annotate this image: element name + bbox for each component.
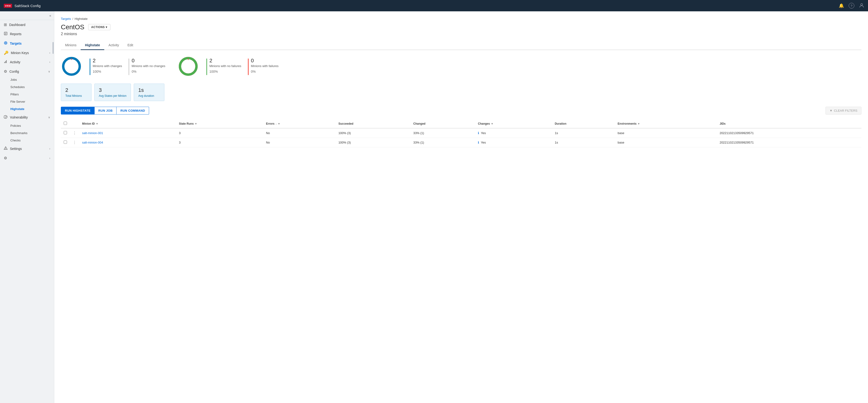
row2-duration: 1s [552,138,615,147]
svg-rect-10 [6,60,7,63]
row1-minion-id: salt-minion-001 [79,128,176,138]
breadcrumb-targets-link[interactable]: Targets [61,17,71,21]
sidebar-sub-benchmarks[interactable]: Benchmarks [0,129,54,137]
top-nav: vmw SaltStack Config 🔔 ? [0,0,868,11]
config-chevron: ∨ [48,70,50,73]
clear-filters-button[interactable]: ▼ CLEAR FILTERS [826,107,861,115]
th-errors[interactable]: Errors ↓ ▼ [263,119,336,128]
row2-minion-link[interactable]: salt-minion-004 [82,141,103,144]
sidebar-sub-checks[interactable]: Checks [0,137,54,144]
stat-content-failures: 0 Minions with failures 0% [251,58,279,74]
sidebar-item-targets[interactable]: Targets [0,39,54,48]
avg-states-label: Avg States per Minion [99,94,126,97]
sidebar-minion-keys-label: Minion Keys [11,51,29,55]
help-icon[interactable]: ? [849,3,854,8]
state-runs-sort-icon[interactable]: ▼ [195,122,197,125]
row2-changes-info-icon[interactable]: ℹ [478,141,479,144]
errors-filter-icon[interactable]: ▼ [278,122,280,125]
row1-changes-info-icon[interactable]: ℹ [478,131,479,135]
sidebar-item-label: Dashboard [9,23,26,27]
vulnerability-chevron: › [49,147,50,150]
sidebar-sub-jobs[interactable]: Jobs [0,76,54,83]
stat-group-changes: 2 Minions with changes 100% 0 Minions wi… [90,58,165,75]
minion-keys-chevron: › [49,51,50,55]
stat-content-changes: 2 Minions with changes 100% [93,58,122,74]
sidebar-sub-highstate[interactable]: Highstate [0,105,54,113]
app-title: SaltStack Config [14,4,40,8]
sidebar-item-vulnerability[interactable]: Settings › [0,144,54,153]
top-nav-left: vmw SaltStack Config [4,4,40,8]
bell-icon[interactable]: 🔔 [839,3,844,8]
settings-chevron: › [49,156,50,160]
environments-filter-icon[interactable]: ▼ [638,122,640,125]
sidebar-sub-schedules[interactable]: Schedules [0,83,54,91]
sidebar-item-config[interactable]: ⚙ Config ∨ [0,67,54,76]
stat-pct-no-changes: 0% [132,70,165,74]
stat-bar-no-failures [206,59,207,75]
sidebar-compliance-label: Vulnerability [10,115,28,119]
config-icon: ⚙ [4,69,7,74]
stat-number-changes: 2 [93,58,122,64]
stat-desc-no-changes: Minions with no changes [132,64,165,68]
th-changed: Changed [410,119,475,128]
tab-highstate[interactable]: Highstate [81,41,104,50]
user-icon[interactable] [859,3,864,9]
row1-minion-link[interactable]: salt-minion-001 [82,131,103,135]
row2-succeeded: 100% (3) [336,138,411,147]
svg-point-14 [63,58,80,75]
run-highstate-button[interactable]: RUN HIGHSTATE [61,107,95,115]
sidebar-sub-file-server[interactable]: File Server [0,98,54,105]
sidebar-item-compliance[interactable]: Vulnerability ∨ [0,113,54,122]
row2-errors: No [263,138,336,147]
stat-content-no-changes: 0 Minions with no changes 0% [132,58,165,74]
th-minion-id[interactable]: Minion ID ▼ [79,119,176,128]
run-job-button[interactable]: RUN JOB [95,107,117,115]
row2-environments: base [615,138,717,147]
table-row: ⋮ salt-minion-004 3 No 100% (3) 33% (1) … [61,138,861,147]
action-buttons-bar: RUN HIGHSTATE RUN JOB RUN COMMAND ▼ CLEA… [61,107,861,115]
svg-rect-8 [4,62,5,63]
errors-sort-down-icon[interactable]: ↓ [276,122,277,125]
row2-context-menu[interactable]: ⋮ [73,141,76,144]
stat-pct-failures: 0% [251,70,279,74]
sidebar-item-activity[interactable]: Activity › [0,57,54,67]
changes-filter-icon[interactable]: ▼ [491,122,493,125]
sidebar-sub-pillars[interactable]: Pillars [0,91,54,98]
row1-changes: ℹ Yes [475,128,552,138]
actions-button[interactable]: ACTIONS ▾ [88,24,111,30]
collapse-sidebar-icon[interactable]: « [49,14,51,18]
filter-icon: ▼ [830,109,833,112]
th-state-runs[interactable]: State Runs ▼ [176,119,263,128]
row1-context-menu[interactable]: ⋮ [73,131,76,135]
sidebar-item-reports[interactable]: Reports [0,29,54,39]
tab-edit[interactable]: Edit [123,41,137,50]
tab-minions[interactable]: Minions [61,41,81,50]
row2-jids: 20221102133509929571 [717,138,861,147]
sidebar-item-settings[interactable]: ⚙ › [0,153,54,163]
th-changes[interactable]: Changes ▼ [475,119,552,128]
sidebar-targets-label: Targets [10,41,22,45]
row2-state-runs: 3 [176,138,263,147]
stat-bar-changes [90,59,90,75]
breadcrumb: Targets / Highstate [61,17,861,21]
stat-desc-changes: Minions with changes [93,64,122,68]
row2-checkbox[interactable] [64,141,67,144]
table-row: ⋮ salt-minion-001 3 No 100% (3) 33% (1) … [61,128,861,138]
compliance-chevron: ∨ [48,116,50,119]
row1-environments: base [615,128,717,138]
tab-activity[interactable]: Activity [104,41,123,50]
row1-checkbox[interactable] [64,131,67,134]
row1-changed: 33% (1) [410,128,475,138]
th-environments[interactable]: Environments ▼ [615,119,717,128]
sidebar-sub-policies[interactable]: Policies [0,122,54,129]
main-content: Targets / Highstate CentOS ACTIONS ▾ 2 m… [54,11,868,403]
sidebar-item-minion-keys[interactable]: 🔑 Minion Keys › [0,48,54,57]
activity-chevron: › [49,60,50,64]
minion-id-sort-icon[interactable]: ▼ [96,122,98,125]
avg-duration-label: Avg duration [138,94,160,97]
select-all-checkbox[interactable] [64,122,67,125]
sidebar-item-dashboard[interactable]: ⊞ Dashboard [0,20,54,29]
run-command-button[interactable]: RUN COMMAND [117,107,149,115]
minion-keys-icon: 🔑 [4,51,8,55]
donut-failures-chart [178,56,199,77]
